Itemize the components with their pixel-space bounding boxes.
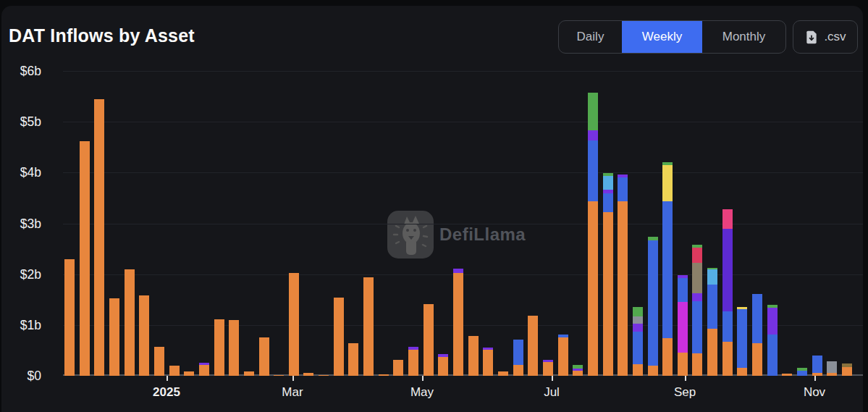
bar-segment-purple bbox=[588, 130, 598, 140]
bar-week-39[interactable] bbox=[633, 307, 643, 376]
csv-export-button[interactable]: .csv bbox=[793, 20, 858, 54]
bar-segment-orange bbox=[139, 295, 149, 376]
y-tick-label: $0 bbox=[1, 369, 41, 384]
stage: DAT Inflows by Asset Daily Weekly Monthl… bbox=[0, 0, 868, 412]
gridline bbox=[63, 172, 863, 173]
bar-week-15[interactable] bbox=[274, 375, 284, 376]
bar-week-50[interactable] bbox=[797, 368, 807, 376]
bar-week-30[interactable] bbox=[498, 371, 508, 376]
bar-segment-gray bbox=[827, 361, 837, 373]
bar-week-1[interactable] bbox=[64, 259, 75, 376]
bar-week-16[interactable] bbox=[289, 273, 299, 376]
chart-panel: DAT Inflows by Asset Daily Weekly Monthl… bbox=[1, 6, 863, 412]
y-tick-label: $3b bbox=[1, 216, 41, 231]
gridline bbox=[63, 122, 863, 122]
bar-week-20[interactable] bbox=[348, 343, 358, 376]
bar-week-35[interactable] bbox=[573, 365, 583, 376]
bar-week-43[interactable] bbox=[692, 245, 702, 376]
bar-week-25[interactable] bbox=[424, 304, 434, 376]
bar-week-28[interactable] bbox=[468, 336, 479, 376]
bar-week-45[interactable] bbox=[722, 209, 733, 376]
bar-week-38[interactable] bbox=[618, 175, 628, 376]
bar-segment-orange bbox=[528, 316, 538, 376]
x-axis-tick bbox=[167, 376, 168, 381]
bar-week-10[interactable] bbox=[199, 363, 209, 376]
bar-week-40[interactable] bbox=[648, 237, 658, 376]
bar-week-9[interactable] bbox=[184, 371, 194, 376]
bar-week-49[interactable] bbox=[782, 374, 792, 376]
bar-week-47[interactable] bbox=[752, 294, 762, 376]
bar-segment-orange bbox=[618, 201, 628, 376]
watermark-text: DefiLlama bbox=[439, 224, 526, 245]
bar-segment-orange bbox=[752, 343, 762, 376]
bar-week-32[interactable] bbox=[528, 316, 538, 376]
bar-week-42[interactable] bbox=[678, 275, 688, 376]
bar-week-2[interactable] bbox=[80, 141, 90, 376]
bar-segment-orange bbox=[678, 353, 688, 376]
bar-segment-orange bbox=[468, 336, 479, 376]
bar-week-21[interactable] bbox=[363, 277, 374, 376]
bar-segment-orange bbox=[543, 362, 553, 376]
tab-monthly[interactable]: Monthly bbox=[702, 21, 785, 53]
bar-week-44[interactable] bbox=[707, 268, 717, 376]
tab-weekly[interactable]: Weekly bbox=[622, 21, 702, 53]
bar-segment-blue bbox=[707, 285, 717, 329]
bar-week-19[interactable] bbox=[334, 298, 344, 376]
bar-segment-orange bbox=[438, 357, 448, 376]
bar-week-24[interactable] bbox=[408, 347, 418, 376]
bar-week-27[interactable] bbox=[453, 269, 463, 376]
bar-week-37[interactable] bbox=[603, 173, 613, 376]
bar-week-26[interactable] bbox=[438, 354, 448, 376]
bar-week-53[interactable] bbox=[842, 363, 852, 376]
bar-segment-blue bbox=[722, 311, 733, 342]
bar-week-31[interactable] bbox=[513, 340, 523, 376]
bar-week-23[interactable] bbox=[393, 360, 403, 376]
bar-segment-orange bbox=[348, 343, 358, 376]
bar-week-14[interactable] bbox=[259, 337, 269, 376]
bar-segment-orange bbox=[842, 367, 852, 376]
bar-segment-orange bbox=[393, 360, 403, 376]
bar-week-36[interactable] bbox=[588, 93, 598, 376]
x-axis-tick bbox=[814, 376, 816, 381]
bar-segment-tan bbox=[692, 263, 702, 293]
bar-week-48[interactable] bbox=[767, 305, 778, 376]
bar-segment-orange bbox=[648, 366, 658, 376]
bar-week-29[interactable] bbox=[483, 348, 493, 376]
bar-segment-blue bbox=[767, 335, 778, 376]
bar-segment-orange bbox=[303, 373, 313, 376]
bar-week-13[interactable] bbox=[244, 371, 254, 376]
bar-segment-magenta bbox=[678, 302, 688, 353]
bar-segment-orange bbox=[424, 304, 434, 376]
bar-week-33[interactable] bbox=[543, 360, 553, 376]
bar-week-11[interactable] bbox=[214, 319, 224, 376]
bar-week-17[interactable] bbox=[303, 373, 313, 376]
bar-week-12[interactable] bbox=[229, 320, 239, 376]
bar-segment-blue bbox=[678, 278, 688, 302]
gridline bbox=[63, 71, 863, 72]
tab-daily[interactable]: Daily bbox=[559, 21, 622, 53]
bar-segment-orange bbox=[259, 337, 269, 376]
bar-week-18[interactable] bbox=[319, 375, 329, 376]
bar-week-5[interactable] bbox=[125, 269, 135, 376]
bar-week-52[interactable] bbox=[827, 361, 837, 376]
bar-week-41[interactable] bbox=[662, 162, 673, 376]
bar-week-46[interactable] bbox=[737, 307, 747, 376]
bar-week-3[interactable] bbox=[94, 99, 104, 376]
gridline bbox=[63, 224, 863, 224]
x-tick-label: Nov bbox=[804, 385, 825, 400]
bar-week-7[interactable] bbox=[154, 347, 164, 376]
x-tick-label: Mar bbox=[282, 385, 303, 400]
bar-week-22[interactable] bbox=[379, 374, 389, 376]
bar-week-4[interactable] bbox=[109, 298, 119, 376]
bar-week-34[interactable] bbox=[558, 335, 568, 376]
bar-segment-orange bbox=[319, 375, 329, 376]
x-tick-label: Sep bbox=[674, 385, 696, 400]
bar-segment-orange bbox=[363, 277, 374, 376]
bar-week-8[interactable] bbox=[169, 366, 180, 376]
bar-segment-orange bbox=[513, 365, 523, 376]
bar-segment-orange bbox=[633, 364, 643, 376]
bar-segment-orange bbox=[289, 273, 299, 376]
bar-week-6[interactable] bbox=[139, 295, 149, 376]
bar-week-51[interactable] bbox=[812, 356, 822, 376]
x-axis-tick bbox=[685, 376, 686, 381]
